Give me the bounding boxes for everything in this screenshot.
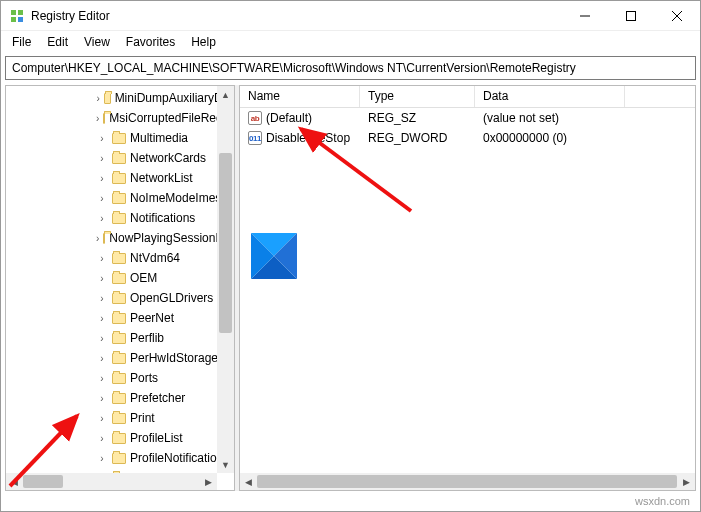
expand-toggle[interactable]: ›	[96, 373, 108, 384]
expand-toggle[interactable]: ›	[96, 273, 108, 284]
tree-item-label: OpenGLDrivers	[130, 291, 213, 305]
tree-item-notifications[interactable]: ›Notifications	[6, 208, 234, 228]
list-body[interactable]: ab(Default)REG_SZ(value not set)011Disab…	[240, 108, 695, 148]
list-header: Name Type Data	[240, 86, 695, 108]
expand-toggle[interactable]: ›	[96, 133, 108, 144]
tree-item-prefetcher[interactable]: ›Prefetcher	[6, 388, 234, 408]
scroll-down-button[interactable]: ▼	[217, 456, 234, 473]
scroll-thumb[interactable]	[23, 475, 63, 488]
expand-toggle[interactable]: ›	[96, 333, 108, 344]
expand-toggle[interactable]: ›	[96, 253, 108, 264]
folder-icon	[112, 413, 126, 424]
expand-toggle[interactable]: ›	[96, 113, 99, 124]
tree-item-label: Perflib	[130, 331, 164, 345]
expand-toggle[interactable]: ›	[96, 353, 108, 364]
folder-icon	[112, 213, 126, 224]
column-header-name[interactable]: Name	[240, 86, 360, 107]
tree-horizontal-scrollbar[interactable]: ◀ ▶	[6, 473, 217, 490]
tree-item-multimedia[interactable]: ›Multimedia	[6, 128, 234, 148]
tree-item-label: Multimedia	[130, 131, 188, 145]
scroll-thumb[interactable]	[219, 153, 232, 333]
tree-item-networklist[interactable]: ›NetworkList	[6, 168, 234, 188]
menu-help[interactable]: Help	[184, 33, 223, 51]
expand-toggle[interactable]: ›	[96, 193, 108, 204]
tree-item-oem[interactable]: ›OEM	[6, 268, 234, 288]
tree-item-minidumpauxiliarydlls[interactable]: ›MiniDumpAuxiliaryDlls	[6, 88, 234, 108]
expand-toggle[interactable]: ›	[96, 433, 108, 444]
tree-pane: ›MiniDumpAuxiliaryDlls›MsiCorruptedFileR…	[5, 85, 235, 491]
svg-rect-3	[18, 17, 23, 22]
minimize-button[interactable]	[562, 1, 608, 31]
tree-item-label: NtVdm64	[130, 251, 180, 265]
expand-toggle[interactable]: ›	[96, 213, 108, 224]
expand-toggle[interactable]: ›	[96, 233, 99, 244]
list-horizontal-scrollbar[interactable]: ◀ ▶	[240, 473, 695, 490]
address-text: Computer\HKEY_LOCAL_MACHINE\SOFTWARE\Mic…	[12, 61, 576, 75]
svg-rect-0	[11, 10, 16, 15]
folder-icon	[103, 233, 105, 244]
column-header-type[interactable]: Type	[360, 86, 475, 107]
list-pane: Name Type Data ab(Default)REG_SZ(value n…	[239, 85, 696, 491]
scroll-right-button[interactable]: ▶	[200, 473, 217, 490]
folder-icon	[112, 453, 126, 464]
list-row[interactable]: ab(Default)REG_SZ(value not set)	[240, 108, 695, 128]
scroll-track[interactable]	[217, 103, 234, 456]
menu-favorites[interactable]: Favorites	[119, 33, 182, 51]
scroll-right-button[interactable]: ▶	[678, 473, 695, 490]
tree-item-label: MsiCorruptedFileRecovery	[109, 111, 234, 125]
expand-toggle[interactable]: ›	[96, 293, 108, 304]
tree-item-ports[interactable]: ›Ports	[6, 368, 234, 388]
scroll-left-button[interactable]: ◀	[240, 473, 257, 490]
column-header-data[interactable]: Data	[475, 86, 625, 107]
expand-toggle[interactable]: ›	[96, 413, 108, 424]
tree-item-profilelist[interactable]: ›ProfileList	[6, 428, 234, 448]
expand-toggle[interactable]: ›	[96, 93, 100, 104]
close-button[interactable]	[654, 1, 700, 31]
folder-icon	[112, 293, 126, 304]
tree-item-perhwidstorage[interactable]: ›PerHwIdStorage	[6, 348, 234, 368]
scroll-track[interactable]	[23, 473, 200, 490]
expand-toggle[interactable]: ›	[96, 453, 108, 464]
tree-item-perflib[interactable]: ›Perflib	[6, 328, 234, 348]
scroll-up-button[interactable]: ▲	[217, 86, 234, 103]
menu-edit[interactable]: Edit	[40, 33, 75, 51]
expand-toggle[interactable]: ›	[96, 393, 108, 404]
menu-view[interactable]: View	[77, 33, 117, 51]
titlebar[interactable]: Registry Editor	[1, 1, 700, 31]
tree-item-ntvdm64[interactable]: ›NtVdm64	[6, 248, 234, 268]
tree-content[interactable]: ›MiniDumpAuxiliaryDlls›MsiCorruptedFileR…	[6, 86, 234, 490]
window-title: Registry Editor	[31, 9, 562, 23]
tree-item-opengldrivers[interactable]: ›OpenGLDrivers	[6, 288, 234, 308]
maximize-button[interactable]	[608, 1, 654, 31]
value-type: REG_SZ	[360, 110, 475, 126]
expand-toggle[interactable]: ›	[96, 153, 108, 164]
tree-item-networkcards[interactable]: ›NetworkCards	[6, 148, 234, 168]
scroll-left-button[interactable]: ◀	[6, 473, 23, 490]
menu-file[interactable]: File	[5, 33, 38, 51]
address-bar[interactable]: Computer\HKEY_LOCAL_MACHINE\SOFTWARE\Mic…	[5, 56, 696, 80]
window: Registry Editor File Edit View Favorites…	[0, 0, 701, 512]
tree-item-label: Prefetcher	[130, 391, 185, 405]
tree-item-profilenotification[interactable]: ›ProfileNotification	[6, 448, 234, 468]
folder-icon	[104, 93, 110, 104]
tree-item-msicorruptedfilerecovery[interactable]: ›MsiCorruptedFileRecovery	[6, 108, 234, 128]
scroll-thumb[interactable]	[257, 475, 677, 488]
tree-item-peernet[interactable]: ›PeerNet	[6, 308, 234, 328]
scroll-track[interactable]	[257, 473, 678, 490]
folder-icon	[103, 113, 105, 124]
folder-icon	[112, 273, 126, 284]
tree-item-nowplayingsessionmanager[interactable]: ›NowPlayingSessionManager	[6, 228, 234, 248]
folder-icon	[112, 313, 126, 324]
tree-item-label: PeerNet	[130, 311, 174, 325]
tree-vertical-scrollbar[interactable]: ▲ ▼	[217, 86, 234, 473]
list-row[interactable]: 011DisableIdleStopREG_DWORD0x00000000 (0…	[240, 128, 695, 148]
app-icon	[9, 8, 25, 24]
folder-icon	[112, 193, 126, 204]
folder-icon	[112, 373, 126, 384]
expand-toggle[interactable]: ›	[96, 313, 108, 324]
watermark: wsxdn.com	[635, 495, 690, 507]
expand-toggle[interactable]: ›	[96, 173, 108, 184]
folder-icon	[112, 173, 126, 184]
tree-item-noimemodeimes[interactable]: ›NoImeModeImes	[6, 188, 234, 208]
tree-item-print[interactable]: ›Print	[6, 408, 234, 428]
